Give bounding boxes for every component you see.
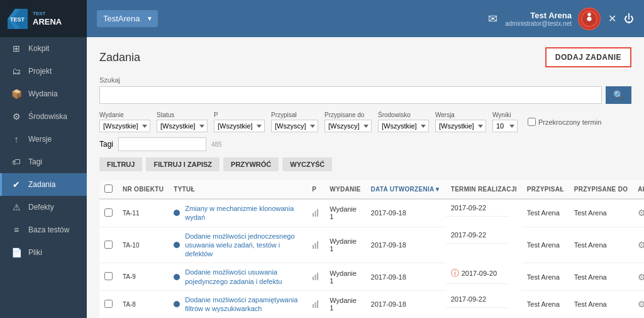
przypisal-cell: Test Arena (522, 199, 569, 227)
wyniki-label: Wyniki (492, 111, 518, 118)
col-checkbox (99, 180, 118, 199)
row-gear-icon[interactable]: ⚙ (638, 272, 644, 282)
col-data[interactable]: DATA UTWORZENIA▼ (366, 180, 446, 199)
project-select[interactable]: TestArena (97, 10, 158, 27)
wersja-label: Wersja (435, 111, 486, 118)
power-icon[interactable]: ⏻ (624, 13, 634, 25)
przypisal-select[interactable]: [Wszyscy] (271, 120, 318, 132)
project-selector[interactable]: TestArena ▼ (97, 10, 158, 27)
filtruj-zapisz-button[interactable]: FILTRUJ I ZAPISZ (146, 157, 219, 171)
user-name: Test Arena (505, 11, 572, 20)
mail-icon[interactable]: ✉ (488, 12, 497, 26)
col-akcje: AKCJE (633, 180, 644, 199)
wydanie-select[interactable]: [Wszystkie] (99, 120, 150, 132)
row-gear-icon[interactable]: ⚙ (638, 299, 644, 309)
content-header: Zadania DODAJ ZADANIE (99, 47, 631, 67)
svg-rect-13 (313, 276, 314, 280)
sidebar-item-kokpit[interactable]: ⊞ Kokpit (0, 37, 87, 60)
table-row: TA-10 Dodanie możliwości jednoczesnego u… (99, 227, 644, 263)
priority-cell (307, 227, 325, 263)
sidebar-item-defekty[interactable]: ⚠ Defekty (0, 196, 87, 219)
sidebar-item-wersje[interactable]: ↑ Wersje (0, 128, 87, 150)
search-input[interactable] (99, 86, 602, 104)
svg-rect-16 (313, 304, 314, 308)
sidebar-item-srodowiska[interactable]: ⚙ Środowiska (0, 105, 87, 128)
svg-rect-8 (315, 211, 316, 217)
status-indicator (174, 301, 180, 307)
termin-cell: ⓘ 2017-09-20 (446, 263, 509, 284)
table-row: TA-11 Zmiany w mechanizmie klonowania wy… (99, 199, 644, 227)
przywroc-button[interactable]: PRZYWRÓĆ (223, 157, 279, 171)
wyczysc-button[interactable]: WYCZYŚĆ (282, 157, 332, 171)
priority-icon (312, 210, 319, 219)
row-checkbox[interactable] (104, 208, 113, 217)
select-all-checkbox[interactable] (104, 185, 113, 193)
col-p: P (307, 180, 325, 199)
avatar[interactable] (578, 8, 601, 30)
filtruj-button[interactable]: FILTRUJ (99, 157, 142, 171)
sidebar-item-zadania[interactable]: ✔ Zadania (0, 173, 87, 196)
search-button[interactable]: 🔍 (606, 86, 631, 104)
logo-icon: TEST (8, 9, 28, 29)
p-select[interactable]: [Wszystkie] (214, 120, 265, 132)
sidebar: TEST TEST ARENA ⊞ Kokpit 🗂 Projekt 📦 Wyd… (0, 0, 87, 318)
sidebar-item-tagi[interactable]: 🏷 Tagi (0, 150, 87, 173)
termin-cell: 2017-09-22 (446, 227, 509, 244)
przekroczony-checkbox[interactable] (528, 118, 536, 126)
filter-przypisal: Przypisał [Wszyscy] (271, 111, 318, 132)
gear-icon: ⚙ (11, 111, 22, 122)
filter-status: Status [Wszystkie] (157, 111, 208, 132)
przypisal-cell: Test Arena (522, 263, 569, 291)
priority-icon (312, 273, 319, 282)
sidebar-item-pliki[interactable]: 📄 Pliki (0, 241, 87, 264)
sidebar-item-baza-testow[interactable]: ≡ Baza testów (0, 219, 87, 241)
sidebar-item-wydania[interactable]: 📦 Wydania (0, 82, 87, 105)
task-id: TA-10 (118, 227, 169, 263)
termin-cell: 2017-09-22 (446, 291, 509, 308)
row-checkbox-cell (99, 291, 118, 318)
content-area: Zadania DODAJ ZADANIE Szukaj 🔍 Wydanie [… (87, 37, 644, 318)
table-header: NR OBIEKTU TYTUŁ P WYDANIE DATA UTWORZEN… (99, 180, 644, 199)
filter-srodowisko: Środowisko [Wszystkie] (378, 111, 429, 132)
sidebar-item-projekt[interactable]: 🗂 Projekt (0, 60, 87, 82)
task-id: TA-9 (118, 263, 169, 291)
tag-row: Tagi 485 (99, 137, 631, 151)
tag-icon: 🏷 (11, 157, 22, 167)
row-checkbox[interactable] (104, 272, 113, 280)
row-gear-icon[interactable]: ⚙ (638, 240, 644, 250)
tag-input[interactable] (118, 137, 206, 151)
list-icon: ≡ (11, 225, 22, 235)
wyniki-select[interactable]: 10 (492, 120, 518, 132)
sidebar-item-tagi-label: Tagi (28, 157, 42, 166)
srodowisko-select[interactable]: [Wszystkie] (378, 120, 429, 132)
svg-rect-15 (317, 273, 318, 280)
data-cell: 2017-09-18 (366, 291, 446, 318)
box-icon: 📦 (11, 89, 22, 99)
przypisane-do-select[interactable]: [Wszyscy] (325, 120, 372, 132)
svg-point-6 (587, 13, 591, 16)
folder-icon: 🗂 (11, 66, 22, 76)
priority-icon (312, 301, 319, 310)
row-checkbox[interactable] (104, 300, 113, 308)
row-checkbox[interactable] (104, 241, 113, 249)
svg-rect-11 (315, 243, 316, 249)
przypisal-cell: Test Arena (522, 291, 569, 318)
task-title-link[interactable]: Dodanie możliwości zapamiętywania filtró… (185, 295, 302, 314)
przekroczony-label: Przekroczony termin (538, 118, 601, 126)
settings-icon[interactable]: ✕ (608, 13, 616, 25)
header: TestArena ▼ ✉ Test Arena administrator@t… (87, 0, 644, 37)
task-title-link[interactable]: Zmiany w mechanizmie klonowania wydań (185, 204, 302, 222)
filter-wersja: Wersja [Wszystkie] (435, 111, 486, 132)
row-gear-icon[interactable]: ⚙ (638, 208, 644, 218)
task-title-link[interactable]: Dodanie możliwości jednoczesnego usuwani… (185, 232, 302, 259)
filter-wyniki: Wyniki 10 (492, 111, 518, 132)
wersja-select[interactable]: [Wszystkie] (435, 120, 486, 132)
filter-row-1: Wydanie [Wszystkie] Status [Wszystkie] P… (99, 111, 631, 132)
user-email: administrator@testx.net (505, 20, 572, 27)
task-title-link[interactable]: Dodanie możliwości usuwania pojedynczego… (185, 268, 302, 286)
status-select[interactable]: [Wszystkie] (157, 120, 208, 132)
task-title-cell: Dodanie możliwości jednoczesnego usuwani… (169, 227, 307, 263)
row-checkbox-cell (99, 263, 118, 291)
add-task-button[interactable]: DODAJ ZADANIE (545, 47, 631, 67)
sidebar-item-wersje-label: Wersje (28, 135, 52, 144)
